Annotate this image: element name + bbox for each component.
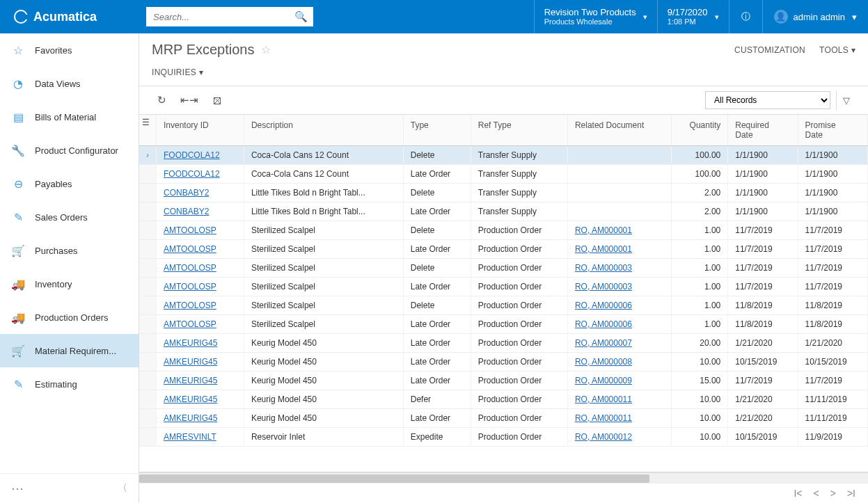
row-selector[interactable] [139, 334, 157, 353]
sidebar-item-favorites[interactable]: ☆Favorites [0, 33, 139, 67]
brand-logo[interactable]: Acumatica [0, 0, 139, 33]
row-selector[interactable] [139, 428, 157, 447]
sidebar-item-data-views[interactable]: ◔Data Views [0, 67, 139, 100]
table-row[interactable]: AMKEURIG45Keurig Model 450Late OrderProd… [139, 409, 868, 428]
sidebar-item-production-orders[interactable]: 🚚Production Orders [0, 301, 139, 334]
inventory-id-link[interactable]: AMTOOLOSP [164, 319, 216, 329]
user-menu[interactable]: 👤 admin admin [762, 0, 868, 33]
row-selector[interactable] [139, 202, 157, 221]
customization-menu[interactable]: CUSTOMIZATION [734, 45, 805, 55]
collapse-sidebar-icon[interactable]: 〈 [118, 482, 127, 495]
inventory-id-link[interactable]: AMKEURIG45 [164, 394, 217, 404]
inquiries-menu[interactable]: INQUIRIES ▾ [152, 67, 203, 77]
page-last-button[interactable]: >I [847, 488, 855, 499]
row-selector[interactable] [139, 240, 157, 259]
row-selector[interactable]: › [139, 146, 157, 165]
related-document-link[interactable]: RO, AM000006 [575, 301, 632, 310]
sidebar-item-bills-of-material[interactable]: ▤Bills of Material [0, 100, 139, 134]
sidebar-item-material-requirem[interactable]: 🛒Material Requirem... [0, 334, 139, 367]
table-row[interactable]: CONBABY2Little Tikes Bold n Bright Tabl.… [139, 202, 868, 221]
col-type[interactable]: Type [403, 115, 471, 146]
table-row[interactable]: AMKEURIG45Keurig Model 450DeferProductio… [139, 390, 868, 409]
inventory-id-link[interactable]: FOODCOLA12 [164, 169, 220, 179]
page-next-button[interactable]: > [830, 488, 836, 499]
filter-settings-button[interactable]: ▽ [836, 90, 855, 110]
inventory-id-link[interactable]: AMKEURIG45 [164, 357, 217, 367]
col-description[interactable]: Description [244, 115, 403, 146]
favorite-toggle[interactable]: ☆ [261, 43, 271, 56]
row-selector[interactable] [139, 372, 157, 390]
sidebar-item-product-configurator[interactable]: 🔧Product Configurator [0, 134, 139, 167]
help-button[interactable]: ⓘ [729, 0, 762, 33]
table-row[interactable]: AMKEURIG45Keurig Model 450Late OrderProd… [139, 372, 868, 390]
related-document-link[interactable]: RO, AM000003 [575, 263, 632, 273]
table-row[interactable]: AMTOOLOSPSterilized ScalpelDeleteProduct… [139, 259, 868, 278]
related-document-link[interactable]: RO, AM000006 [575, 319, 632, 329]
search-icon[interactable]: 🔍 [294, 10, 308, 23]
inventory-id-link[interactable]: CONBABY2 [164, 188, 209, 198]
search-input[interactable] [146, 7, 313, 26]
inventory-id-link[interactable]: AMKEURIG45 [164, 338, 217, 348]
table-row[interactable]: FOODCOLA12Coca-Cola Cans 12 CountLate Or… [139, 165, 868, 184]
related-document-link[interactable]: RO, AM000009 [575, 376, 632, 385]
page-first-button[interactable]: I< [794, 488, 802, 499]
related-document-link[interactable]: RO, AM000008 [575, 357, 632, 367]
col-required-date[interactable]: Required Date [728, 115, 798, 146]
sidebar-item-estimating[interactable]: ✎Estimating [0, 367, 139, 401]
sidebar-item-purchases[interactable]: 🛒Purchases [0, 234, 139, 267]
col-quantity[interactable]: Quantity [671, 115, 727, 146]
row-selector[interactable] [139, 184, 157, 202]
records-filter-select[interactable]: All Records [705, 91, 830, 109]
table-row[interactable]: AMKEURIG45Keurig Model 450Late OrderProd… [139, 334, 868, 353]
inventory-id-link[interactable]: AMTOOLOSP [164, 225, 216, 235]
inventory-id-link[interactable]: AMRESVINLT [164, 432, 216, 442]
row-selector[interactable] [139, 353, 157, 372]
inventory-id-link[interactable]: CONBABY2 [164, 207, 209, 216]
table-row[interactable]: AMTOOLOSPSterilized ScalpelDeleteProduct… [139, 296, 868, 315]
row-selector[interactable] [139, 296, 157, 315]
row-selector[interactable] [139, 221, 157, 240]
inventory-id-link[interactable]: AMTOOLOSP [164, 263, 216, 273]
row-selector[interactable] [139, 315, 157, 334]
table-row[interactable]: AMTOOLOSPSterilized ScalpelDeleteProduct… [139, 221, 868, 240]
horizontal-scrollbar[interactable] [139, 472, 868, 484]
tenant-selector[interactable]: Revision Two Products Products Wholesale [534, 0, 657, 33]
row-selector[interactable] [139, 259, 157, 278]
sidebar-item-sales-orders[interactable]: ✎Sales Orders [0, 200, 139, 234]
col-promise-date[interactable]: Promise Date [798, 115, 867, 146]
related-document-link[interactable]: RO, AM000003 [575, 282, 632, 292]
more-menu-icon[interactable]: ⋯ [11, 481, 24, 496]
inventory-id-link[interactable]: FOODCOLA12 [164, 150, 220, 160]
related-document-link[interactable]: RO, AM000012 [575, 432, 632, 442]
refresh-button[interactable]: ↻ [152, 90, 171, 110]
related-document-link[interactable]: RO, AM000001 [575, 244, 632, 254]
col-ref-type[interactable]: Ref Type [471, 115, 567, 146]
column-settings-button[interactable]: ☰ [139, 115, 157, 146]
related-document-link[interactable]: RO, AM000007 [575, 338, 632, 348]
table-row[interactable]: AMTOOLOSPSterilized ScalpelLate OrderPro… [139, 240, 868, 259]
inventory-id-link[interactable]: AMKEURIG45 [164, 376, 217, 385]
sidebar-item-payables[interactable]: ⊖Payables [0, 167, 139, 200]
col-related-document[interactable]: Related Document [567, 115, 671, 146]
row-selector[interactable] [139, 390, 157, 409]
sidebar-item-inventory[interactable]: 🚚Inventory [0, 267, 139, 301]
inventory-id-link[interactable]: AMTOOLOSP [164, 244, 216, 254]
inventory-id-link[interactable]: AMTOOLOSP [164, 301, 216, 310]
inventory-id-link[interactable]: AMTOOLOSP [164, 282, 216, 292]
row-selector[interactable] [139, 165, 157, 184]
table-row[interactable]: AMTOOLOSPSterilized ScalpelLate OrderPro… [139, 278, 868, 296]
tools-menu[interactable]: TOOLS ▾ [819, 45, 855, 55]
related-document-link[interactable]: RO, AM000011 [575, 413, 632, 423]
table-row[interactable]: CONBABY2Little Tikes Bold n Bright Tabl.… [139, 184, 868, 202]
row-selector[interactable] [139, 409, 157, 428]
related-document-link[interactable]: RO, AM000001 [575, 225, 632, 235]
inventory-id-link[interactable]: AMKEURIG45 [164, 413, 217, 423]
table-row[interactable]: ›FOODCOLA12Coca-Cola Cans 12 CountDelete… [139, 146, 868, 165]
page-prev-button[interactable]: < [814, 488, 819, 499]
fit-columns-button[interactable]: ⇤⇥ [180, 90, 199, 110]
table-row[interactable]: AMRESVINLTReservoir InletExpediteProduct… [139, 428, 868, 447]
table-row[interactable]: AMKEURIG45Keurig Model 450Late OrderProd… [139, 353, 868, 372]
related-document-link[interactable]: RO, AM000011 [575, 394, 632, 404]
row-selector[interactable] [139, 278, 157, 296]
export-excel-button[interactable]: ⛝ [207, 90, 227, 110]
